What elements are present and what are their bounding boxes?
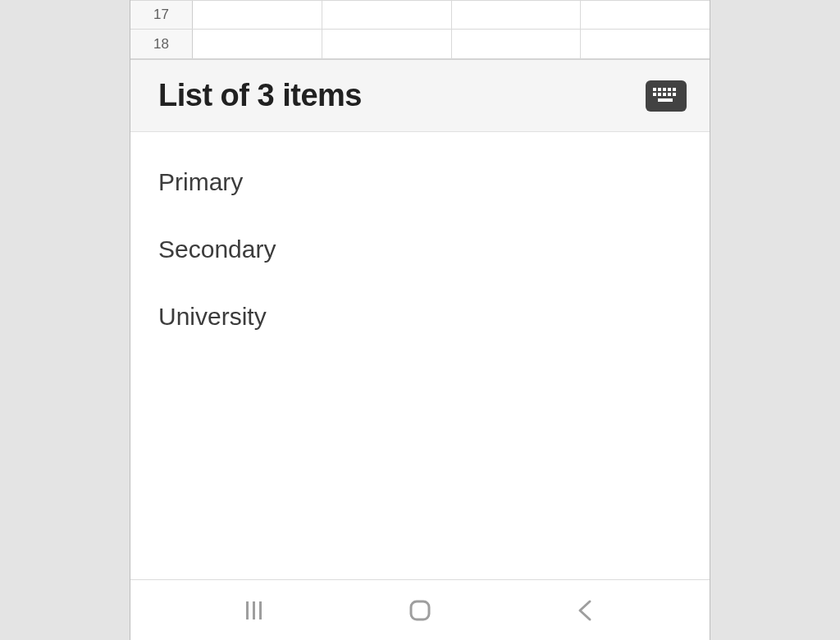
svg-rect-14 (411, 601, 429, 619)
cell[interactable] (581, 30, 710, 58)
sheet-row[interactable]: 18 (130, 30, 710, 59)
svg-rect-10 (658, 98, 673, 102)
svg-rect-7 (663, 93, 666, 96)
panel-body: Primary Secondary University (130, 132, 710, 579)
svg-rect-13 (259, 601, 262, 619)
spreadsheet-rows: 17 18 (130, 0, 710, 59)
row-header[interactable]: 17 (130, 1, 193, 29)
cell[interactable] (193, 30, 322, 58)
cell[interactable] (193, 1, 322, 29)
svg-rect-3 (668, 88, 671, 91)
keyboard-icon[interactable] (646, 80, 687, 112)
svg-rect-1 (658, 88, 661, 91)
cell[interactable] (322, 1, 452, 29)
list-item[interactable]: Secondary (130, 216, 710, 283)
svg-rect-5 (653, 93, 656, 96)
svg-rect-8 (668, 93, 671, 96)
svg-rect-0 (653, 88, 656, 91)
cell[interactable] (452, 1, 582, 29)
sheet-row[interactable]: 17 (130, 0, 710, 30)
list-item[interactable]: Primary (130, 149, 710, 216)
device-frame: 17 18 List of 3 items (130, 0, 710, 640)
svg-rect-2 (663, 88, 666, 91)
nav-home-icon[interactable] (387, 590, 453, 631)
nav-back-icon[interactable] (553, 590, 619, 631)
cell[interactable] (322, 30, 452, 58)
svg-rect-11 (246, 601, 249, 619)
svg-rect-4 (673, 88, 676, 91)
data-validation-panel: List of 3 items Primary S (130, 59, 710, 579)
panel-header: List of 3 items (130, 60, 710, 132)
list-item[interactable]: University (130, 283, 710, 350)
svg-rect-9 (673, 93, 676, 96)
navigation-bar (130, 579, 710, 640)
svg-rect-12 (253, 601, 255, 619)
panel-title: List of 3 items (158, 78, 362, 113)
svg-rect-6 (658, 93, 661, 96)
cell[interactable] (581, 1, 710, 29)
nav-recent-apps-icon[interactable] (221, 590, 287, 631)
cell[interactable] (452, 30, 582, 58)
row-header[interactable]: 18 (130, 30, 193, 58)
